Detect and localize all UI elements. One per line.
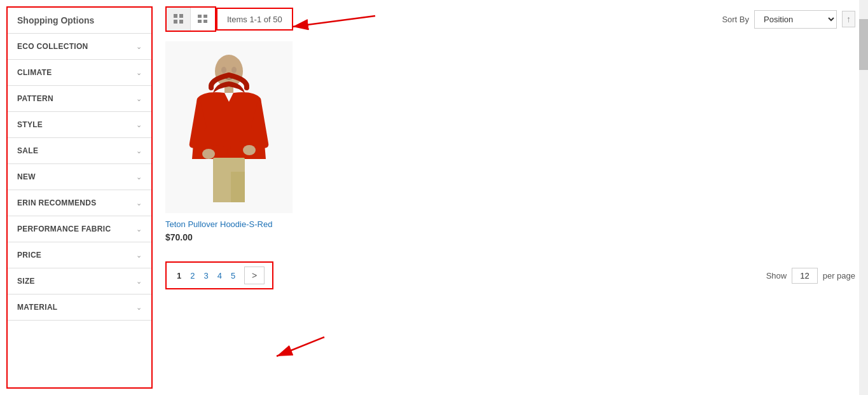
sidebar-item-label-size: SIZE (17, 277, 35, 286)
sidebar-item-label-climate: CLIMATE (17, 68, 52, 77)
items-count: Items 1-1 of 50 (227, 15, 282, 24)
sidebar-title: Shopping Options (8, 8, 151, 34)
scrollbar-track (859, 0, 868, 395)
product-price: $70.00 (165, 232, 293, 242)
page-4[interactable]: 4 (215, 270, 224, 282)
list-view-button[interactable] (191, 8, 215, 31)
list-icon (197, 13, 209, 25)
main-content: Items 1-1 of 50 Sort By Position Product… (153, 0, 868, 395)
per-page-count: 12 (792, 268, 817, 284)
pagination: 1 2 3 4 5 > (165, 261, 273, 289)
page-5[interactable]: 5 (228, 270, 238, 282)
sidebar-item-pattern[interactable]: PATTERN ⌄ (8, 86, 151, 112)
toolbar-left: Items 1-1 of 50 (165, 6, 293, 32)
sidebar-item-label-style: STYLE (17, 120, 43, 129)
sort-select[interactable]: Position Product Name Price (754, 10, 837, 29)
sort-label: Sort By (722, 15, 749, 24)
sidebar-item-label-sale: SALE (17, 146, 38, 155)
svg-rect-7 (203, 20, 207, 23)
product-card[interactable]: Teton Pullover Hoodie-S-Red $70.00 (165, 41, 293, 242)
pagination-wrapper: 1 2 3 4 5 > Show 12 per page (165, 261, 855, 289)
sidebar-item-label-eco-collection: ECO COLLECTION (17, 42, 88, 51)
sidebar-item-sale[interactable]: SALE ⌄ (8, 138, 151, 164)
page-1: 1 (174, 270, 184, 282)
sidebar-filter-panel: Shopping Options ECO COLLECTION ⌄ CLIMAT… (6, 6, 153, 389)
svg-point-18 (221, 67, 226, 73)
product-image-box (165, 41, 293, 213)
svg-rect-6 (198, 20, 202, 23)
per-page-label: Show (766, 271, 787, 281)
sidebar-item-label-pattern: PATTERN (17, 94, 53, 103)
toolbar-right: Sort By Position Product Name Price ↑ (722, 10, 855, 29)
chevron-icon-sale: ⌄ (136, 147, 142, 155)
chevron-icon-price: ⌄ (136, 251, 142, 260)
grid-view-button[interactable] (167, 8, 191, 31)
items-count-wrapper: Items 1-1 of 50 (216, 8, 293, 31)
sidebar-item-price[interactable]: PRICE ⌄ (8, 242, 151, 268)
product-grid: Teton Pullover Hoodie-S-Red $70.00 (165, 41, 855, 242)
toolbar: Items 1-1 of 50 Sort By Position Product… (165, 6, 855, 32)
product-image (178, 45, 280, 210)
sidebar-item-style[interactable]: STYLE ⌄ (8, 112, 151, 138)
svg-rect-16 (213, 172, 227, 202)
svg-rect-4 (198, 15, 202, 18)
view-controls (165, 6, 216, 32)
svg-point-13 (202, 149, 215, 159)
chevron-icon-material: ⌄ (136, 303, 142, 312)
sidebar-item-material[interactable]: MATERIAL ⌄ (8, 295, 151, 321)
sidebar-item-label-erin-recommends: ERIN RECOMMENDS (17, 198, 97, 207)
per-page-text: per page (823, 271, 855, 281)
svg-rect-2 (174, 20, 177, 24)
sort-direction-button[interactable]: ↑ (842, 11, 855, 27)
scrollbar-thumb[interactable] (859, 19, 868, 70)
sidebar-item-label-new: NEW (17, 172, 36, 181)
sidebar-item-label-price: PRICE (17, 251, 41, 260)
svg-rect-3 (179, 20, 183, 24)
pagination-next-button[interactable]: > (244, 267, 265, 284)
sidebar-item-label-material: MATERIAL (17, 303, 58, 312)
chevron-icon-climate: ⌄ (136, 69, 142, 77)
sidebar-item-size[interactable]: SIZE ⌄ (8, 268, 151, 295)
sidebar-item-erin-recommends[interactable]: ERIN RECOMMENDS ⌄ (8, 190, 151, 216)
per-page-wrapper: Show 12 per page (766, 268, 855, 284)
chevron-icon-size: ⌄ (136, 277, 142, 286)
product-name[interactable]: Teton Pullover Hoodie-S-Red (165, 219, 293, 229)
sidebar-item-performance-fabric[interactable]: PERFORMANCE FABRIC ⌄ (8, 216, 151, 242)
svg-rect-1 (179, 14, 183, 18)
chevron-icon-pattern: ⌄ (136, 95, 142, 103)
chevron-icon-eco-collection: ⌄ (136, 43, 142, 51)
chevron-icon-erin-recommends: ⌄ (136, 199, 142, 207)
grid-icon (173, 13, 184, 25)
sidebar-item-eco-collection[interactable]: ECO COLLECTION ⌄ (8, 34, 151, 60)
page-3[interactable]: 3 (201, 270, 210, 282)
sidebar-item-new[interactable]: NEW ⌄ (8, 164, 151, 190)
svg-point-14 (243, 145, 256, 155)
sidebar-item-climate[interactable]: CLIMATE ⌄ (8, 60, 151, 86)
svg-rect-0 (174, 14, 177, 18)
chevron-icon-style: ⌄ (136, 121, 142, 129)
page-2[interactable]: 2 (188, 270, 197, 282)
svg-rect-5 (203, 15, 207, 18)
svg-rect-17 (231, 172, 245, 202)
sidebar-item-label-performance-fabric: PERFORMANCE FABRIC (17, 225, 111, 233)
chevron-icon-performance-fabric: ⌄ (136, 225, 142, 233)
svg-point-19 (231, 67, 237, 73)
chevron-icon-new: ⌄ (136, 173, 142, 181)
